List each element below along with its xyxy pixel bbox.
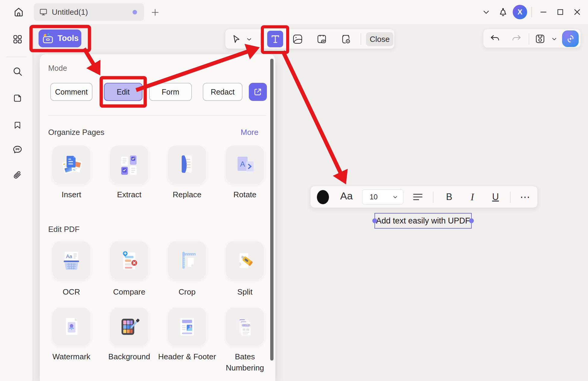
search-icon [12, 66, 23, 77]
undo-icon [490, 34, 500, 44]
sidebar-item-attachments[interactable] [11, 169, 23, 181]
home-button[interactable] [11, 4, 27, 20]
sidebar-item-search[interactable] [11, 65, 23, 77]
close-edit-toolbar-button[interactable]: Close [366, 32, 393, 46]
font-color-button[interactable] [317, 190, 329, 204]
save-button[interactable] [534, 33, 546, 45]
image-tool-button[interactable] [291, 32, 305, 46]
background-card [110, 307, 149, 346]
tool-label: Replace [157, 189, 217, 200]
tool-compare[interactable]: Compare [110, 241, 149, 280]
replace-icon [175, 153, 199, 177]
minimize-icon [539, 8, 548, 17]
tool-replace[interactable]: Replace [167, 145, 207, 184]
new-tab-button[interactable] [149, 6, 161, 19]
watermark-card [52, 307, 91, 346]
location-icon [340, 34, 351, 45]
resize-handle-left[interactable] [372, 218, 377, 223]
select-tool-button[interactable] [230, 32, 243, 46]
unsaved-dot [133, 10, 137, 14]
bookmark-icon [13, 120, 22, 130]
toolbar-divider [361, 33, 361, 45]
select-tool-dropdown[interactable] [244, 32, 254, 46]
canvas-text-box[interactable]: Add text easily with UPDF [374, 213, 472, 229]
collapse-toolbar-button[interactable] [478, 4, 495, 20]
text-tool-button[interactable] [267, 31, 283, 47]
extract-icon [117, 153, 141, 177]
ai-assistant-button[interactable] [562, 30, 579, 47]
toolbar-divider [260, 33, 261, 45]
left-sidebar [0, 24, 33, 381]
quick-actions-toolbar [483, 29, 581, 48]
toolbar-divider [510, 192, 511, 203]
image-icon [292, 34, 303, 45]
tool-label: Extract [99, 189, 159, 200]
watermark-icon [59, 315, 83, 339]
sidebar-item-pages[interactable] [11, 92, 23, 104]
title-bar: Untitled(1) X [0, 0, 588, 24]
svg-text:Aa: Aa [66, 254, 72, 259]
sidebar-divider [7, 57, 27, 57]
sidebar-item-apps[interactable] [11, 33, 23, 45]
ocr-card: Aa [52, 241, 91, 280]
tool-watermark[interactable]: Watermark [52, 307, 91, 346]
home-icon [13, 7, 24, 17]
undo-button[interactable] [489, 33, 501, 45]
tool-insert[interactable]: Insert [52, 145, 91, 184]
mode-comment-button[interactable]: Comment [50, 83, 92, 101]
tool-header-footer[interactable]: Header & Footer [167, 307, 207, 346]
sidebar-item-bookmarks[interactable] [11, 119, 23, 131]
minimize-button[interactable] [535, 4, 552, 20]
open-in-new-window-button[interactable] [249, 83, 267, 101]
account-button[interactable]: X [511, 4, 528, 20]
italic-button[interactable]: I [465, 190, 480, 204]
edit-mode-toolbar: Close [225, 29, 395, 49]
tool-ocr[interactable]: Aa OCR [52, 241, 91, 280]
close-window-button[interactable] [569, 4, 586, 20]
bold-button[interactable]: B [442, 190, 456, 204]
font-size-select[interactable]: 10 [362, 189, 403, 205]
page-icon [13, 93, 22, 103]
notifications-button[interactable] [495, 4, 511, 20]
text-tool-icon [270, 34, 280, 45]
titlebar-divider [531, 7, 532, 17]
tool-extract[interactable]: Extract [110, 145, 149, 184]
resize-handle-right[interactable] [469, 218, 474, 223]
plus-icon [151, 8, 160, 17]
comment-icon [12, 145, 23, 155]
tool-label: Crop [157, 286, 217, 298]
location-tool-button[interactable] [339, 32, 353, 46]
font-family-button[interactable]: Aa [337, 190, 356, 202]
maximize-button[interactable] [552, 4, 569, 20]
tool-split[interactable]: Split [225, 241, 264, 280]
tool-background[interactable]: Background [110, 307, 149, 346]
extract-card [110, 145, 149, 184]
cursor-icon [231, 34, 242, 44]
mode-form-button[interactable]: Form [149, 83, 192, 101]
tool-crop[interactable]: Crop [167, 241, 207, 280]
underline-button[interactable]: U [488, 190, 503, 204]
tools-button[interactable]: Tools [39, 30, 81, 47]
save-dropdown[interactable] [549, 33, 559, 45]
tool-label: Watermark [41, 351, 102, 362]
panel-scrollbar[interactable] [270, 59, 274, 361]
link-tool-button[interactable] [315, 32, 329, 46]
tool-rotate[interactable]: A Rotate [225, 145, 264, 184]
tools-panel: Mode Comment Edit Form Redact Organize P… [40, 54, 275, 381]
chevron-down-icon [392, 194, 398, 200]
tool-bates-numbering[interactable]: 000123 Bates Numbering [225, 307, 264, 346]
more-options-button[interactable]: ⋯ [518, 190, 532, 204]
chevron-down-icon [482, 8, 491, 17]
insert-icon [59, 152, 84, 177]
mode-section-label: Mode [48, 64, 67, 73]
mode-edit-button[interactable]: Edit [104, 83, 142, 101]
split-card [225, 241, 264, 280]
monitor-icon [39, 8, 48, 16]
mode-redact-button[interactable]: Redact [203, 83, 242, 101]
sidebar-item-comments[interactable] [11, 144, 23, 156]
replace-card [167, 145, 207, 184]
align-button[interactable] [411, 190, 425, 204]
document-tab[interactable]: Untitled(1) [34, 3, 144, 21]
organize-more-link[interactable]: More [241, 128, 258, 137]
redo-button[interactable] [511, 33, 523, 45]
